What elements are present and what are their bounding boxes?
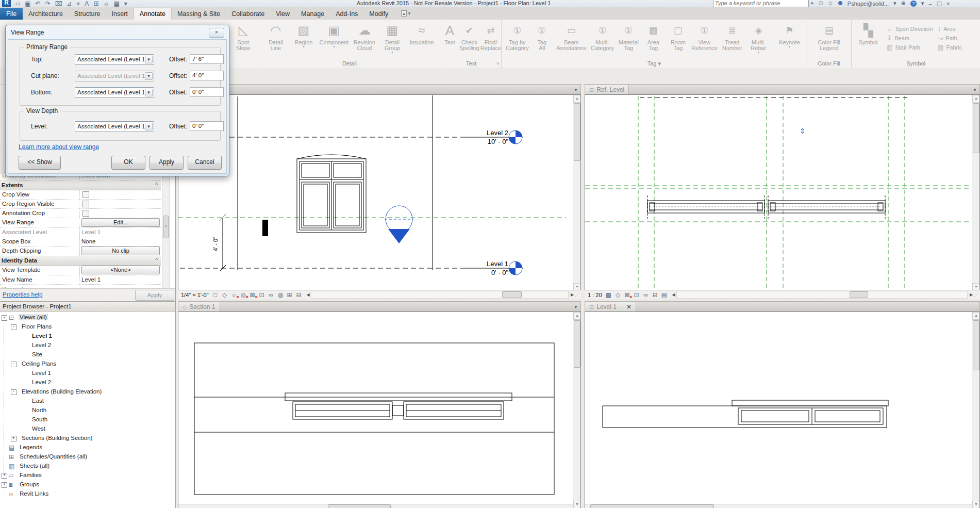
span-direction-button[interactable]: ↔Span Direction [887, 25, 933, 32]
tree-item-floor-plan-level-1[interactable]: Level 1 [0, 332, 170, 341]
hscroll-right-arrow[interactable]: ▶ [969, 292, 974, 297]
scroll-thumb[interactable] [574, 103, 580, 161]
viewport-ref-title-bar[interactable]: ⊡ Ref. Level ▼ [585, 84, 980, 95]
sun-icon[interactable]: ☼ [103, 0, 109, 7]
collapse-chevron-icon[interactable]: ^ [155, 182, 158, 188]
viewport-level1[interactable]: ⊡ Level 1 ✕ ▲ ▼ [585, 301, 980, 508]
scroll-up-arrow[interactable]: ▲ [972, 95, 980, 103]
help-icon[interactable]: ? [910, 1, 917, 7]
ok-button[interactable]: OK [111, 156, 145, 170]
tree-item-sections[interactable]: + Sections (Building Section) [0, 434, 170, 443]
text-icon[interactable]: A [85, 0, 89, 7]
property-row-view-name[interactable]: View Name Level 1 [0, 275, 161, 285]
tree-item-west[interactable]: West [0, 424, 170, 434]
viewport-menu-icon[interactable]: ▼ [574, 305, 578, 309]
tree-item-views-all[interactable]: - ⊡ Views (all) [0, 313, 170, 322]
quick-access-toolbar[interactable]: R ▱ ▣ ↶ ↷ ⌧ ⊿ ⌖ A ⊞ ☼ ▦ ▾ [0, 0, 127, 7]
view-range-edit-button[interactable]: Edit... [81, 218, 160, 227]
tree-item-east[interactable]: East [0, 397, 170, 406]
hscroll-thumb[interactable] [502, 291, 522, 298]
tree-item-ceiling-level-1[interactable]: Level 1 [0, 369, 170, 378]
expander-icon[interactable]: + [11, 436, 16, 441]
panel-label-symbol[interactable]: Symbol [852, 60, 980, 68]
tree-item-ceiling-level-2[interactable]: Level 2 [0, 378, 170, 387]
main-scale-button[interactable]: 1/4" = 1'-0" [178, 292, 212, 298]
detail-level-icon[interactable]: ◇ [614, 291, 622, 299]
favorites-star-icon[interactable]: ☆ [828, 0, 833, 7]
find-replace-button[interactable]: ⇄Find/ Replace [480, 21, 501, 51]
ribbon-collapse-button[interactable]: ▴▾ [401, 10, 410, 20]
view-reference-button[interactable]: ①View Reference [691, 21, 718, 51]
section-canvas[interactable]: ▲ ▼ [178, 312, 581, 508]
tree-item-ceiling-plans[interactable]: - Ceiling Plans [0, 359, 170, 369]
cut-plane-offset-input[interactable]: 4' 0" [190, 71, 224, 80]
property-row-annotation-crop[interactable]: Annotation Crop [0, 208, 161, 218]
reveal-hidden-icon[interactable]: ▤ [661, 291, 668, 299]
detail-group-button[interactable]: ▦Detail Group▾ [379, 21, 406, 54]
tab-add-ins[interactable]: Add-Ins [330, 8, 363, 20]
apply-button[interactable]: Apply [150, 156, 184, 170]
scale-icon[interactable]: □ [212, 291, 219, 299]
tab-file[interactable]: File [0, 8, 23, 20]
detail-line-button[interactable]: ◠Detail Line [262, 21, 289, 51]
panel-label-colorfill[interactable]: Color Fill [807, 60, 852, 68]
tab-level-1[interactable]: ⊡ Level 1 ✕ [585, 302, 636, 312]
collapse-chevron-icon[interactable]: ^ [155, 257, 158, 263]
tree-item-sheets[interactable]: ▥ Sheets (all) [0, 462, 170, 471]
open-icon[interactable]: ▱ [15, 0, 20, 7]
qat-dropdown-icon[interactable]: ▾ [124, 0, 127, 7]
room-tag-button[interactable]: ▢Room Tag [666, 21, 690, 51]
account-dropdown-icon[interactable]: ▾ [893, 0, 896, 7]
expander-icon[interactable]: + [2, 473, 7, 479]
tree-item-groups[interactable]: + ◙ Groups [0, 480, 170, 489]
text-button[interactable]: AText [441, 21, 458, 45]
scroll-thumb[interactable] [973, 320, 979, 370]
level1-horizontal-scrollbar[interactable] [585, 504, 972, 508]
project-browser-title[interactable]: Project Browser - Project1 [0, 302, 175, 312]
scroll-up-arrow[interactable]: ▲ [573, 312, 581, 320]
scroll-down-arrow[interactable]: ▼ [972, 501, 980, 508]
tree-item-legends[interactable]: ▤ Legends [0, 443, 170, 452]
symbol-button[interactable]: ▚Symbol [855, 21, 882, 45]
viewport-section-title-bar[interactable]: ◇ Section 1 ▼ [178, 301, 581, 313]
tree-item-north[interactable]: North [0, 406, 170, 415]
level1-canvas[interactable]: ▲ ▼ [585, 312, 980, 508]
spot-slope-button[interactable]: ◺ Spot Slope [230, 21, 257, 51]
depth-clipping-button[interactable]: No clip [81, 247, 160, 255]
main-horizontal-scrollbar[interactable] [311, 291, 569, 299]
scroll-up-arrow[interactable]: ▲ [972, 312, 980, 320]
ref-horizontal-scrollbar[interactable] [676, 291, 968, 299]
expander-icon[interactable]: - [11, 324, 16, 330]
properties-scrollbar[interactable]: ≡ [162, 174, 170, 289]
constraints-lock-icon[interactable]: ⊟ [652, 291, 659, 299]
hscroll-left-arrow[interactable]: ◀ [671, 292, 676, 297]
scroll-up-arrow[interactable]: ▲ [573, 95, 581, 103]
hscroll-right-arrow[interactable]: ▶ [570, 292, 575, 297]
main-vertical-scrollbar[interactable]: ▲ ▼ [573, 95, 580, 291]
tag-all-button[interactable]: ①Tag All [530, 21, 554, 51]
section-header-identity-data[interactable]: Identity Data ^ [0, 256, 161, 266]
crop-view-checkbox[interactable] [82, 191, 89, 198]
tread-number-button[interactable]: ≣Tread Number [719, 21, 745, 51]
area-symbol-button[interactable]: ↕Area [938, 25, 962, 32]
close-view-icon[interactable]: ✕ [626, 303, 632, 310]
property-row-crop-region-visible[interactable]: Crop Region Visible [0, 199, 161, 209]
component-button[interactable]: ▣Component▾ [318, 21, 350, 48]
scale-icon[interactable]: ▩ [605, 291, 612, 299]
expander-icon[interactable]: - [2, 315, 7, 321]
viewport-ref-level[interactable]: ⊡ Ref. Level ▼ [585, 84, 980, 299]
hscroll-thumb[interactable] [328, 504, 391, 508]
view-template-button[interactable]: <None> [81, 266, 160, 274]
tab-collaborate[interactable]: Collaborate [226, 8, 270, 20]
section-vertical-scrollbar[interactable]: ▲ ▼ [573, 312, 580, 508]
expander-icon[interactable]: - [11, 389, 16, 395]
crop-view-icon[interactable]: ⊡ [258, 291, 265, 299]
tab-structure[interactable]: Structure [69, 8, 106, 20]
learn-more-link[interactable]: Learn more about view range [19, 143, 99, 151]
signin-person-icon[interactable]: ⚉ [838, 0, 843, 7]
viewport-main[interactable]: ▼ Level 2 10' - 0" Level 1 0' - 0" [178, 84, 581, 299]
bottom-level-select[interactable]: Associated Level (Level 1)▼ [75, 87, 154, 98]
ref-scale-button[interactable]: 1 : 20 [585, 292, 605, 298]
property-row-view-template[interactable]: View Template <None> [0, 265, 161, 275]
section-header-extents[interactable]: Extents ^ [0, 181, 161, 190]
